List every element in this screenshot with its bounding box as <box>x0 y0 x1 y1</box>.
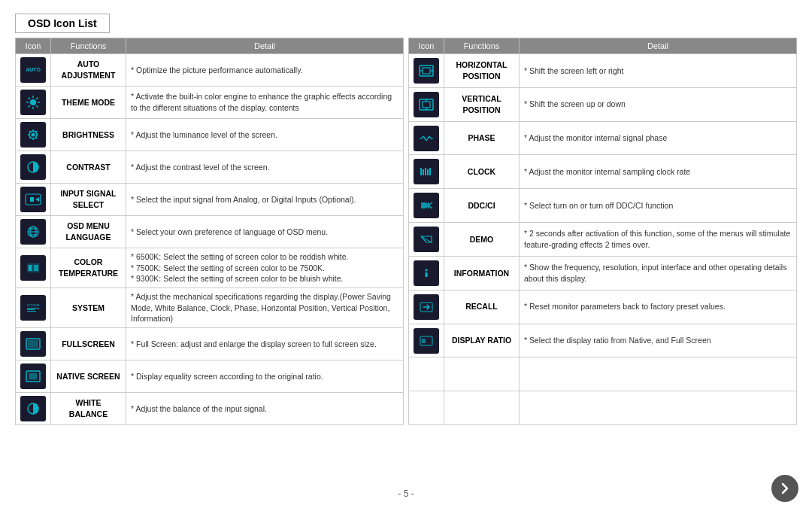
arrow-right-icon <box>778 482 792 495</box>
detail-cell: * Adjust the monitor internal signal pha… <box>520 121 797 155</box>
detail-cell: * Display equality screen according to t… <box>126 360 404 393</box>
detail-cell: * Adjust the luminance level of the scre… <box>126 119 404 151</box>
detail-cell <box>520 357 797 391</box>
svg-rect-63 <box>426 272 428 277</box>
icon-cell <box>409 189 444 223</box>
function-cell <box>444 357 520 391</box>
left-header-icon: Icon <box>16 38 51 54</box>
function-cell: AUTO ADJUSTMENT <box>51 54 126 87</box>
table-row: AUTO AUTO ADJUSTMENT* Optimize the pictu… <box>16 54 404 87</box>
right-header-functions: Functions <box>444 38 520 54</box>
right-table: Icon Functions Detail HORIZONTAL POSITIO… <box>408 38 797 425</box>
detail-cell: * Shift the screen left or right <box>520 54 797 88</box>
svg-rect-55 <box>429 168 431 175</box>
icon-cell <box>16 184 51 216</box>
left-header-detail: Detail <box>126 38 404 54</box>
table-row: NATIVE SCREEN* Display equality screen a… <box>16 360 404 393</box>
detail-cell: * Adjust the contrast level of the scree… <box>126 151 404 184</box>
table-row: RECALL* Reset monitor parameters back to… <box>409 290 797 324</box>
icon-cell <box>16 393 51 425</box>
icon-cell <box>16 119 51 151</box>
icon-cell <box>409 256 444 290</box>
svg-rect-68 <box>422 339 426 343</box>
right-header-detail: Detail <box>520 38 797 54</box>
svg-text:AUTO: AUTO <box>26 67 41 72</box>
function-cell: BRIGHTNESS <box>51 119 126 151</box>
icon-cell <box>16 328 51 360</box>
table-row: CLOCK* Adjust the monitor internal sampl… <box>409 155 797 189</box>
svg-rect-30 <box>27 308 39 309</box>
detail-cell: * 6500K: Select the setting of screen co… <box>126 248 404 288</box>
icon-cell <box>16 87 51 119</box>
svg-rect-53 <box>425 168 426 175</box>
icon-cell <box>409 290 444 324</box>
table-row: HORIZONTAL POSITION* Shift the screen le… <box>409 54 797 88</box>
table-row: WHITE BALANCE* Adjust the balance of the… <box>16 393 404 425</box>
page-container: OSD Icon List Icon Functions Detail AUTO… <box>0 0 812 508</box>
table-row: THEME MODE* Activate the built-in color … <box>16 87 404 119</box>
function-cell: CLOCK <box>444 155 520 189</box>
function-cell: CONTRAST <box>51 151 126 184</box>
svg-point-3 <box>30 99 36 105</box>
left-header-functions: Functions <box>51 38 126 54</box>
detail-cell: * Select the input signal from Analog, o… <box>126 184 404 216</box>
function-cell: DISPLAY RATIO <box>444 324 520 357</box>
detail-cell: * Reset monitor parameters back to facto… <box>520 290 797 324</box>
function-cell: NATIVE SCREEN <box>51 360 126 393</box>
function-cell: PHASE <box>444 121 520 155</box>
main-table-wrapper: Icon Functions Detail AUTO AUTO ADJUSTME… <box>15 38 797 425</box>
table-row: OSD MENU LANGUAGE* Select your own prefe… <box>16 216 404 248</box>
icon-cell <box>409 155 444 189</box>
detail-cell <box>520 391 797 425</box>
svg-rect-52 <box>423 169 424 175</box>
icon-cell: AUTO <box>16 54 51 87</box>
detail-cell: * Adjust the balance of the input signal… <box>126 393 404 425</box>
icon-cell <box>409 324 444 357</box>
function-cell: VERTICAL POSITION <box>444 87 520 121</box>
icon-cell <box>16 151 51 184</box>
svg-rect-31 <box>27 309 35 310</box>
left-table: Icon Functions Detail AUTO AUTO ADJUSTME… <box>15 38 404 425</box>
function-cell: INPUT SIGNAL SELECT <box>51 184 126 216</box>
svg-rect-51 <box>420 168 422 175</box>
icon-cell <box>16 216 51 248</box>
function-cell: DEMO <box>444 223 520 257</box>
page-title: OSD Icon List <box>15 14 110 33</box>
table-row: FULLSCREEN* Full Screen: adjust and enla… <box>16 328 404 360</box>
table-row: CONTRAST* Adjust the contrast level of t… <box>16 151 404 184</box>
function-cell: SYSTEM <box>51 288 126 328</box>
svg-rect-27 <box>29 265 32 271</box>
icon-cell <box>409 54 444 88</box>
detail-cell: * Shift the screen up or down <box>520 87 797 121</box>
svg-rect-36 <box>29 373 37 379</box>
detail-cell: * Optimize the picture performance autom… <box>126 54 404 87</box>
table-row <box>409 391 797 425</box>
detail-cell: * Activate the built-in color engine to … <box>126 87 404 119</box>
svg-text:SYSTEM: SYSTEM <box>27 303 39 307</box>
detail-cell: * 2 seconds after activation of this fun… <box>520 223 797 257</box>
function-cell: FULLSCREEN <box>51 328 126 360</box>
icon-cell <box>409 223 444 257</box>
next-arrow[interactable] <box>771 475 798 502</box>
detail-cell: * Adjust the mechanical specifications r… <box>126 288 404 328</box>
table-row: INPUT SIGNAL SELECT* Select the input si… <box>16 184 404 216</box>
function-cell <box>444 391 520 425</box>
function-cell: COLOR TEMPERATURE <box>51 248 126 288</box>
icon-cell <box>409 391 444 425</box>
detail-cell: * Adjust the monitor internal sampling c… <box>520 155 797 189</box>
detail-cell: * Show the frequency, resolution, input … <box>520 256 797 290</box>
svg-rect-18 <box>30 197 34 202</box>
icon-cell: SYSTEM <box>16 288 51 328</box>
function-cell: RECALL <box>444 290 520 324</box>
table-row: DEMO* 2 seconds after activation of this… <box>409 223 797 257</box>
detail-cell: * Select turn on or turn off DDC/CI func… <box>520 189 797 223</box>
table-row: SYSTEM SYSTEM* Adjust the mechanical spe… <box>16 288 404 328</box>
table-row: INFORMATION* Show the frequency, resolut… <box>409 256 797 290</box>
icon-cell <box>16 360 51 393</box>
detail-cell: * Select the display ratio from Native, … <box>520 324 797 357</box>
function-cell: OSD MENU LANGUAGE <box>51 216 126 248</box>
table-row <box>409 357 797 391</box>
icon-cell <box>409 357 444 391</box>
svg-rect-32 <box>27 311 36 312</box>
svg-rect-54 <box>427 169 429 175</box>
